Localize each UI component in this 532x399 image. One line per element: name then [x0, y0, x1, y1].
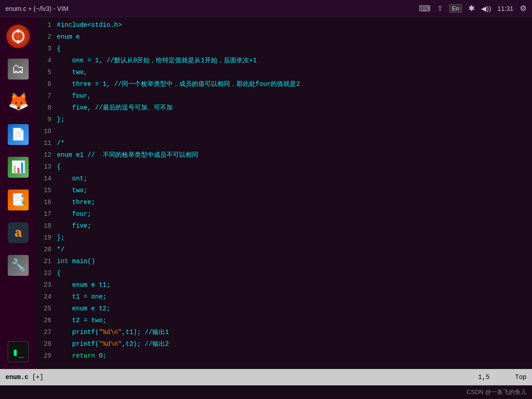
sidebar-item-firefox[interactable]: 🦊 — [3, 86, 34, 117]
code-editor: 1 #include<stdio.h> 2 enum e 3 { 4 one =… — [36, 17, 532, 369]
code-line-8: 8 five, //最后的逗号可加、可不加 — [36, 102, 532, 114]
amazon-icon: a — [8, 222, 29, 243]
sidebar-item-tools[interactable]: 🔧 — [3, 250, 34, 281]
code-line-5: 5 two, — [36, 66, 532, 78]
code-line-28: 28 printf("%d\n",t2); //输出2 — [36, 338, 532, 350]
time-display: 11:31 — [497, 5, 513, 12]
sidebar-item-amazon[interactable]: a — [3, 217, 34, 248]
code-line-6: 6 three = 1, //同一个枚举类型中，成员的值可以相同，那此处four… — [36, 78, 532, 90]
sidebar-item-writer[interactable]: 📄 — [3, 119, 34, 150]
titlebar-right: ⌨ ⇧ En ✱ ◀)) 11:31 ⚙ — [419, 4, 527, 14]
code-line-19: 19 }; — [36, 232, 532, 244]
code-line-22: 22 { — [36, 267, 532, 279]
statusbar-position: 1,5 — [478, 374, 490, 381]
code-line-18: 18 five; — [36, 220, 532, 232]
sidebar-item-files[interactable]: 🗂 — [3, 54, 34, 85]
sidebar: 🗂 🦊 📄 📊 📑 a — [0, 17, 36, 369]
bluetooth-icon: ✱ — [468, 4, 475, 13]
files-icon: 🗂 — [8, 59, 29, 80]
calc-icon: 📊 — [8, 157, 29, 178]
sidebar-item-terminal[interactable]: ▮_ — [3, 336, 34, 367]
code-line-4: 4 one = 1, //默认从0开始，给特定值就是从1开始，后面依次+1 — [36, 55, 532, 66]
keyboard-icon2: ⇧ — [437, 4, 443, 13]
code-line-3: 3 { — [36, 43, 532, 55]
ubuntu-inner-icon — [12, 30, 25, 43]
code-line-10: 10 — [36, 125, 532, 137]
lang-badge[interactable]: En — [449, 4, 462, 13]
writer-icon: 📄 — [8, 124, 29, 145]
titlebar-left: enum.c + (~/lv3) - VIM — [5, 5, 68, 12]
code-line-27: 27 printf("%d\n",t1); //输出1 — [36, 326, 532, 338]
firefox-icon: 🦊 — [8, 91, 29, 112]
tools-icon: 🔧 — [8, 255, 29, 276]
titlebar: enum.c + (~/lv3) - VIM ⌨ ⇧ En ✱ ◀)) 11:3… — [0, 0, 532, 17]
sidebar-item-ubuntu[interactable] — [3, 21, 34, 52]
code-line-15: 15 two; — [36, 185, 532, 196]
keyboard-icon: ⌨ — [419, 4, 431, 14]
code-line-16: 16 three; — [36, 196, 532, 208]
code-line-23: 23 enum e t1; — [36, 279, 532, 291]
terminal-icon: ▮_ — [8, 341, 29, 362]
code-line-24: 24 t1 = one; — [36, 291, 532, 303]
code-line-21: 21 int main() — [36, 255, 532, 267]
titlebar-title: enum.c + (~/lv3) - VIM — [5, 5, 68, 12]
sidebar-item-impress[interactable]: 📑 — [3, 185, 34, 215]
bottombar: CSDN @一条飞的鱼儿 — [0, 385, 532, 399]
code-line-20: 20 */ — [36, 244, 532, 255]
code-line-26: 26 t2 = two; — [36, 314, 532, 326]
settings-icon[interactable]: ⚙ — [520, 4, 527, 13]
bottombar-credit: CSDN @一条飞的鱼儿 — [467, 388, 527, 396]
statusbar: enum.c [+] 1,5 Top — [0, 369, 532, 385]
statusbar-modified: [+] — [32, 374, 43, 381]
impress-icon: 📑 — [8, 190, 29, 210]
code-line-11: 11 /* — [36, 137, 532, 149]
ubuntu-icon — [6, 25, 30, 48]
code-line-2: 2 enum e — [36, 31, 532, 43]
sidebar-item-calc[interactable]: 📊 — [3, 152, 34, 183]
code-line-29: 29 return 0; — [36, 350, 532, 362]
code-line-7: 7 four, — [36, 90, 532, 102]
code-line-13: 13 { — [36, 161, 532, 173]
statusbar-top: Top — [515, 374, 527, 381]
code-line-9: 9 }; — [36, 114, 532, 125]
volume-icon: ◀)) — [481, 5, 491, 13]
statusbar-filename: enum.c — [5, 374, 28, 381]
code-line-25: 25 enum e t2; — [36, 303, 532, 314]
code-line-14: 14 ont; — [36, 173, 532, 185]
code-content: 1 #include<stdio.h> 2 enum e 3 { 4 one =… — [36, 17, 532, 364]
code-line-1: 1 #include<stdio.h> — [36, 19, 532, 31]
code-line-12: 12 enum e1 // 不同的枚举类型中成员不可以相同 — [36, 149, 532, 161]
code-line-17: 17 four; — [36, 208, 532, 220]
